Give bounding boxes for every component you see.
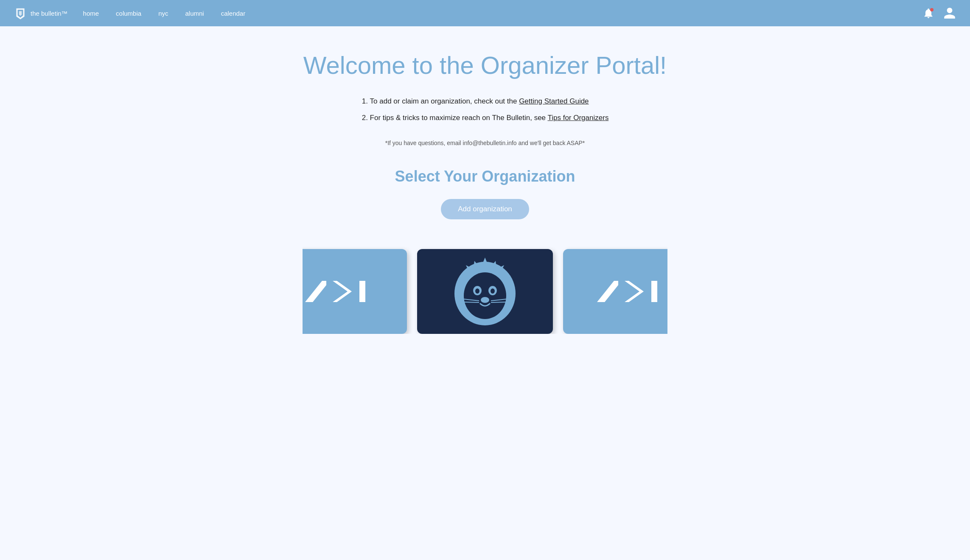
bell-notification-dot bbox=[930, 8, 934, 11]
nav-link-calendar[interactable]: calendar bbox=[221, 10, 246, 17]
svg-marker-26 bbox=[597, 281, 618, 302]
getting-started-guide-link[interactable]: Getting Started Guide bbox=[519, 97, 589, 105]
user-profile-icon[interactable] bbox=[943, 6, 956, 20]
nav-logo[interactable]: the bulletin™ bbox=[14, 6, 68, 20]
aci-logo-icon-1 bbox=[303, 270, 381, 313]
nav-link-columbia[interactable]: columbia bbox=[116, 10, 141, 17]
lion-logo bbox=[417, 249, 553, 334]
svg-point-14 bbox=[464, 272, 506, 319]
org-card-3[interactable] bbox=[563, 249, 667, 334]
main-content: Welcome to the Organizer Portal! To add … bbox=[294, 26, 676, 351]
svg-marker-4 bbox=[333, 281, 352, 302]
nav-links: home columbia nyc alumni calendar bbox=[83, 10, 922, 17]
instruction-item-2: For tips & tricks to maximize reach on T… bbox=[370, 112, 609, 123]
add-organization-button[interactable]: Add organization bbox=[441, 199, 529, 219]
svg-line-23 bbox=[491, 302, 506, 302]
instructions-list: To add or claim an organization, check o… bbox=[362, 96, 609, 129]
svg-rect-28 bbox=[651, 281, 657, 302]
svg-line-21 bbox=[464, 302, 479, 302]
org-cards-row bbox=[303, 245, 667, 334]
nav-link-nyc[interactable]: nyc bbox=[158, 10, 168, 17]
tips-for-organizers-link[interactable]: Tips for Organizers bbox=[547, 114, 608, 122]
svg-point-18 bbox=[491, 288, 495, 294]
nav-right bbox=[922, 6, 956, 20]
nav-link-home[interactable]: home bbox=[83, 10, 99, 17]
aci-logo-icon-3 bbox=[589, 270, 667, 313]
instruction-2-text: For tips & tricks to maximize reach on T… bbox=[370, 114, 548, 122]
bulletin-logo-icon bbox=[14, 6, 27, 20]
org-card-1[interactable] bbox=[303, 249, 407, 334]
navbar: the bulletin™ home columbia nyc alumni c… bbox=[0, 0, 970, 26]
instruction-1-text: To add or claim an organization, check o… bbox=[370, 97, 519, 105]
portal-title: Welcome to the Organizer Portal! bbox=[303, 52, 667, 79]
nav-link-alumni[interactable]: alumni bbox=[185, 10, 204, 17]
user-icon bbox=[943, 6, 956, 20]
svg-marker-3 bbox=[305, 281, 326, 302]
svg-marker-27 bbox=[625, 281, 644, 302]
svg-rect-5 bbox=[359, 281, 365, 302]
svg-point-19 bbox=[481, 297, 489, 303]
select-org-title: Select Your Organization bbox=[303, 168, 667, 185]
org-card-2[interactable] bbox=[417, 249, 553, 334]
disclaimer-text: *If you have questions, email info@thebu… bbox=[303, 140, 667, 146]
instruction-item-1: To add or claim an organization, check o… bbox=[370, 96, 609, 107]
notifications-bell[interactable] bbox=[922, 7, 934, 19]
nav-logo-text: the bulletin™ bbox=[31, 10, 68, 17]
svg-point-17 bbox=[475, 288, 479, 294]
